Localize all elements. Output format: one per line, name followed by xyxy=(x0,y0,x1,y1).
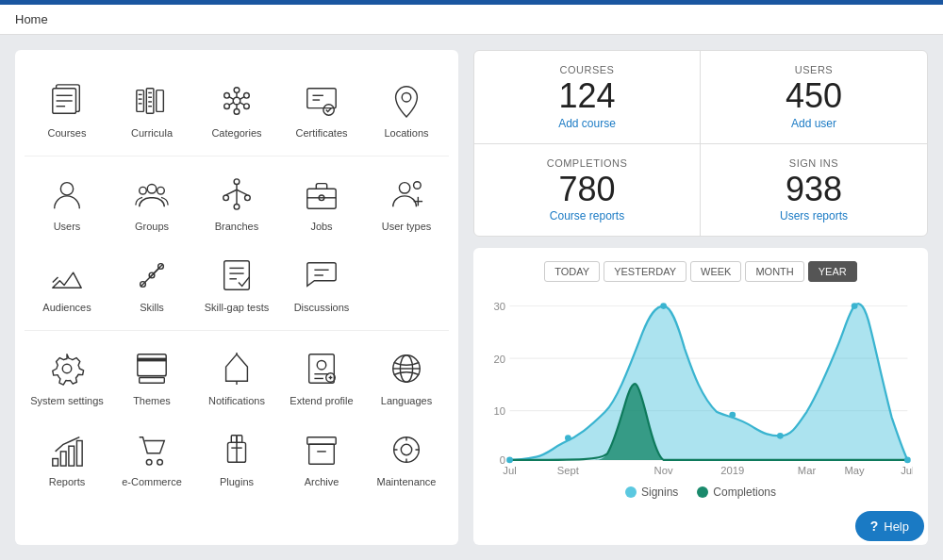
svg-rect-63 xyxy=(138,354,166,376)
chart-container: 30 20 10 0 xyxy=(488,291,913,480)
right-panel: COURSES 124 Add course USERS 450 Add use… xyxy=(473,50,928,545)
tab-yesterday[interactable]: YESTERDAY xyxy=(604,261,687,282)
svg-rect-82 xyxy=(76,441,82,467)
svg-rect-85 xyxy=(231,436,237,443)
jobs-label: Jobs xyxy=(310,221,332,232)
sidebar-item-maintenance[interactable]: Maintenance xyxy=(364,418,449,499)
sidebar-item-audiences[interactable]: Audiences xyxy=(25,243,109,324)
users-icon xyxy=(46,173,88,215)
svg-point-18 xyxy=(244,92,250,98)
maintenance-label: Maintenance xyxy=(377,476,437,487)
themes-label: Themes xyxy=(133,395,171,406)
svg-point-36 xyxy=(234,179,240,185)
completions-stat-value: 780 xyxy=(493,171,681,208)
tab-year[interactable]: YEAR xyxy=(808,261,857,282)
svg-text:May: May xyxy=(845,466,866,477)
courses-label: Courses xyxy=(48,127,87,139)
maintenance-icon xyxy=(386,429,427,470)
plugins-icon xyxy=(216,429,257,470)
sidebar-item-curricula[interactable]: Curricula xyxy=(109,69,194,150)
chart-tabs: TODAY YESTERDAY WEEK MONTH YEAR xyxy=(488,261,913,282)
svg-text:Mar: Mar xyxy=(798,466,817,477)
sidebar-item-skill-gap-tests[interactable]: Skill-gap tests xyxy=(194,243,279,324)
legend-signins: Signins xyxy=(625,486,678,499)
sidebar-item-system-settings[interactable]: System settings xyxy=(25,337,109,418)
completions-legend-label: Completions xyxy=(713,486,776,499)
add-course-link[interactable]: Add course xyxy=(493,117,681,130)
certificates-label: Certificates xyxy=(295,127,347,139)
users-stat-value: 450 xyxy=(720,77,908,115)
icon-grid: Courses Curricula Categories Certificate… xyxy=(25,69,449,499)
sidebar-item-categories[interactable]: Categories xyxy=(194,69,279,150)
svg-point-19 xyxy=(224,104,230,109)
sidebar-item-users[interactable]: Users xyxy=(25,162,109,243)
discussions-icon xyxy=(301,255,342,296)
sidebar-item-courses[interactable]: Courses xyxy=(25,69,109,150)
themes-icon xyxy=(131,348,173,389)
completions-stat-label: COMPLETIONS xyxy=(493,157,681,169)
svg-line-25 xyxy=(229,102,234,105)
sidebar-item-branches[interactable]: Branches xyxy=(194,162,279,243)
svg-text:10: 10 xyxy=(493,405,505,417)
tab-week[interactable]: WEEK xyxy=(690,261,741,282)
chart-legend: Signins Completions xyxy=(488,486,913,499)
sidebar-item-discussions[interactable]: Discussions xyxy=(279,243,364,324)
sidebar-item-extend-profile[interactable]: Extend profile xyxy=(279,337,364,418)
sidebar-item-plugins[interactable]: Plugins xyxy=(194,418,279,499)
svg-rect-4 xyxy=(137,91,144,112)
sidebar-item-locations[interactable]: Locations xyxy=(364,69,449,150)
discussions-label: Discussions xyxy=(294,302,350,313)
svg-point-70 xyxy=(317,360,326,370)
users-reports-link[interactable]: Users reports xyxy=(720,209,908,222)
extend-profile-label: Extend profile xyxy=(290,395,353,406)
signins-dot xyxy=(625,486,637,498)
svg-point-47 xyxy=(414,182,422,189)
sidebar-item-notifications[interactable]: Notifications xyxy=(194,337,279,418)
svg-point-62 xyxy=(62,364,72,373)
curricula-label: Curricula xyxy=(131,127,173,139)
sidebar-item-reports[interactable]: Reports xyxy=(25,418,109,499)
signins-stat-label: SIGN INS xyxy=(720,157,908,169)
svg-text:Nov: Nov xyxy=(654,466,673,477)
help-button[interactable]: ? Help xyxy=(855,511,924,541)
svg-point-37 xyxy=(223,195,229,201)
tab-today[interactable]: TODAY xyxy=(544,261,600,282)
jobs-icon xyxy=(301,173,342,215)
svg-text:Jul: Jul xyxy=(503,466,516,477)
reports-label: Reports xyxy=(49,476,86,487)
svg-point-46 xyxy=(399,183,409,193)
sidebar-item-groups[interactable]: Groups xyxy=(109,162,194,243)
stat-signins: SIGN INS 938 Users reports xyxy=(701,144,927,237)
svg-rect-90 xyxy=(307,437,336,445)
sidebar-item-skills[interactable]: Skills xyxy=(109,243,194,324)
sidebar-item-themes[interactable]: Themes xyxy=(109,337,194,418)
course-reports-link[interactable]: Course reports xyxy=(493,209,681,222)
sidebar-item-archive[interactable]: Archive xyxy=(279,418,364,499)
sidebar-item-user-types[interactable]: User types xyxy=(364,162,449,243)
svg-rect-5 xyxy=(146,89,154,114)
svg-point-17 xyxy=(224,92,230,98)
svg-point-109 xyxy=(904,457,911,464)
svg-point-84 xyxy=(157,459,163,465)
svg-text:Sept: Sept xyxy=(557,466,580,477)
svg-rect-86 xyxy=(237,436,242,443)
users-stat-label: USERS xyxy=(720,64,908,75)
svg-line-26 xyxy=(240,102,244,105)
groups-icon xyxy=(131,173,173,215)
sidebar-item-jobs[interactable]: Jobs xyxy=(279,162,364,243)
sidebar-item-ecommerce[interactable]: e-Commerce xyxy=(109,418,194,499)
sidebar-item-languages[interactable]: Languages xyxy=(364,337,449,418)
tab-month[interactable]: MONTH xyxy=(745,261,803,282)
svg-line-42 xyxy=(237,189,247,195)
svg-text:Jul: Jul xyxy=(901,466,913,477)
stats-grid: COURSES 124 Add course USERS 450 Add use… xyxy=(473,50,928,237)
add-user-link[interactable]: Add user xyxy=(720,117,908,130)
svg-rect-64 xyxy=(138,358,166,362)
notifications-icon xyxy=(216,348,257,389)
sidebar-item-certificates[interactable]: Certificates xyxy=(279,69,364,150)
svg-point-15 xyxy=(234,88,240,93)
users-label: Users xyxy=(54,221,81,232)
ecommerce-label: e-Commerce xyxy=(122,476,182,487)
user-types-label: User types xyxy=(382,221,432,232)
svg-point-14 xyxy=(233,97,240,105)
